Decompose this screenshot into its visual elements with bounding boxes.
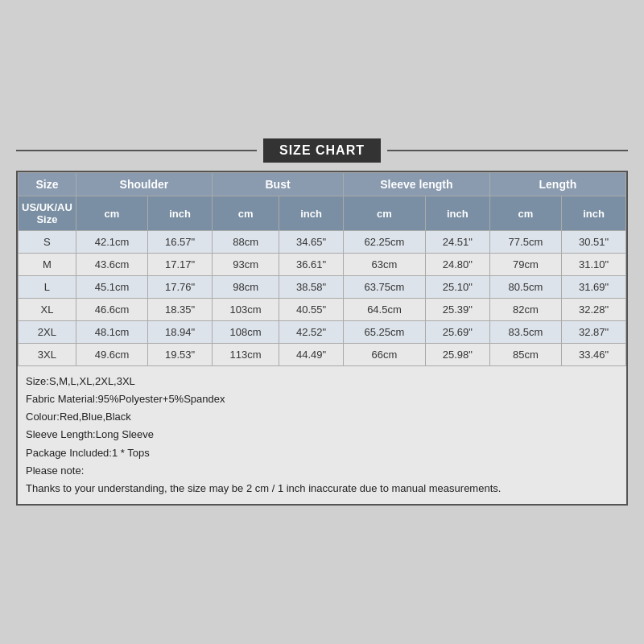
cell-sleeve-inch: 25.10": [425, 276, 489, 299]
subheader-sleeve-cm: cm: [344, 196, 426, 231]
size-chart-table: Size Shoulder Bust Sleeve length Length …: [18, 172, 626, 366]
note-line: Colour:Red,Blue,Black: [26, 408, 618, 426]
cell-length-inch: 30.51": [562, 231, 626, 254]
cell-length-cm: 79cm: [489, 254, 561, 276]
cell-shoulder-inch: 17.17": [148, 254, 213, 276]
cell-sleeve-inch: 24.51": [425, 231, 489, 254]
subheader-bust-cm: cm: [213, 196, 279, 231]
cell-length-cm: 83.5cm: [489, 321, 561, 344]
cell-shoulder-cm: 48.1cm: [76, 321, 147, 344]
cell-length-inch: 32.87": [562, 321, 626, 344]
cell-bust-inch: 36.61": [279, 254, 344, 276]
chart-container: Size Shoulder Bust Sleeve length Length …: [16, 171, 628, 506]
cell-bust-cm: 108cm: [213, 321, 279, 344]
cell-shoulder-inch: 16.57": [148, 231, 213, 254]
cell-bust-inch: 42.52": [279, 321, 344, 344]
col-bust: Bust: [213, 173, 344, 196]
subheader-bust-inch: inch: [279, 196, 344, 231]
cell-shoulder-inch: 18.94": [148, 321, 213, 344]
note-line: Package Included:1 * Tops: [26, 444, 618, 462]
cell-bust-inch: 44.49": [279, 344, 344, 366]
cell-bust-inch: 38.58": [279, 276, 344, 299]
cell-size: L: [19, 276, 76, 299]
cell-size: 3XL: [19, 344, 76, 366]
cell-length-inch: 32.28": [562, 299, 626, 321]
subheader-length-cm: cm: [489, 196, 561, 231]
cell-length-inch: 33.46": [562, 344, 626, 366]
outer-container: SIZE CHART Size Shoulder Bust Sleeve len…: [8, 130, 636, 514]
subheader-size: US/UK/AU Size: [19, 196, 76, 231]
header-row-main: Size Shoulder Bust Sleeve length Length: [19, 173, 626, 196]
cell-sleeve-inch: 25.39": [425, 299, 489, 321]
cell-sleeve-cm: 63cm: [344, 254, 426, 276]
title-line-right: [387, 150, 628, 151]
table-row: 2XL 48.1cm 18.94" 108cm 42.52" 65.25cm 2…: [19, 321, 626, 344]
size-chart-title: SIZE CHART: [263, 138, 381, 163]
header-row-units: US/UK/AU Size cm inch cm inch cm inch cm…: [19, 196, 626, 231]
cell-shoulder-inch: 19.53": [148, 344, 213, 366]
note-line: Fabric Material:95%Polyester+5%Spandex: [26, 390, 618, 408]
col-shoulder: Shoulder: [76, 173, 212, 196]
table-body: S 42.1cm 16.57" 88cm 34.65" 62.25cm 24.5…: [19, 231, 626, 366]
subheader-length-inch: inch: [562, 196, 626, 231]
cell-shoulder-cm: 49.6cm: [76, 344, 147, 366]
cell-length-cm: 85cm: [489, 344, 561, 366]
cell-length-cm: 82cm: [489, 299, 561, 321]
col-length: Length: [489, 173, 625, 196]
notes-section: Size:S,M,L,XL,2XL,3XLFabric Material:95%…: [18, 366, 626, 504]
cell-length-inch: 31.69": [562, 276, 626, 299]
note-line: Please note:: [26, 462, 618, 480]
cell-bust-cm: 113cm: [213, 344, 279, 366]
table-row: XL 46.6cm 18.35" 103cm 40.55" 64.5cm 25.…: [19, 299, 626, 321]
cell-shoulder-cm: 46.6cm: [76, 299, 147, 321]
cell-sleeve-cm: 64.5cm: [344, 299, 426, 321]
cell-size: 2XL: [19, 321, 76, 344]
cell-length-inch: 31.10": [562, 254, 626, 276]
note-line: Thanks to your understanding, the size m…: [26, 480, 618, 497]
col-sleeve: Sleeve length: [344, 173, 490, 196]
cell-bust-cm: 98cm: [213, 276, 279, 299]
col-size: Size: [19, 173, 76, 196]
cell-shoulder-cm: 43.6cm: [76, 254, 147, 276]
cell-shoulder-cm: 42.1cm: [76, 231, 147, 254]
title-row: SIZE CHART: [16, 138, 628, 163]
cell-length-cm: 80.5cm: [489, 276, 561, 299]
cell-sleeve-inch: 25.69": [425, 321, 489, 344]
cell-bust-cm: 103cm: [213, 299, 279, 321]
cell-sleeve-cm: 66cm: [344, 344, 426, 366]
cell-size: XL: [19, 299, 76, 321]
subheader-shoulder-cm: cm: [76, 196, 147, 231]
table-row: 3XL 49.6cm 19.53" 113cm 44.49" 66cm 25.9…: [19, 344, 626, 366]
table-row: M 43.6cm 17.17" 93cm 36.61" 63cm 24.80" …: [19, 254, 626, 276]
cell-shoulder-inch: 18.35": [148, 299, 213, 321]
table-row: L 45.1cm 17.76" 98cm 38.58" 63.75cm 25.1…: [19, 276, 626, 299]
cell-shoulder-cm: 45.1cm: [76, 276, 147, 299]
cell-sleeve-inch: 25.98": [425, 344, 489, 366]
subheader-shoulder-inch: inch: [148, 196, 213, 231]
cell-bust-inch: 40.55": [279, 299, 344, 321]
table-row: S 42.1cm 16.57" 88cm 34.65" 62.25cm 24.5…: [19, 231, 626, 254]
cell-shoulder-inch: 17.76": [148, 276, 213, 299]
title-line-left: [16, 150, 257, 151]
cell-sleeve-inch: 24.80": [425, 254, 489, 276]
cell-length-cm: 77.5cm: [489, 231, 561, 254]
cell-sleeve-cm: 62.25cm: [344, 231, 426, 254]
cell-bust-inch: 34.65": [279, 231, 344, 254]
cell-bust-cm: 93cm: [213, 254, 279, 276]
note-line: Size:S,M,L,XL,2XL,3XL: [26, 373, 618, 390]
subheader-sleeve-inch: inch: [425, 196, 489, 231]
note-line: Sleeve Length:Long Sleeve: [26, 426, 618, 444]
cell-sleeve-cm: 63.75cm: [344, 276, 426, 299]
cell-size: S: [19, 231, 76, 254]
cell-size: M: [19, 254, 76, 276]
cell-bust-cm: 88cm: [213, 231, 279, 254]
cell-sleeve-cm: 65.25cm: [344, 321, 426, 344]
